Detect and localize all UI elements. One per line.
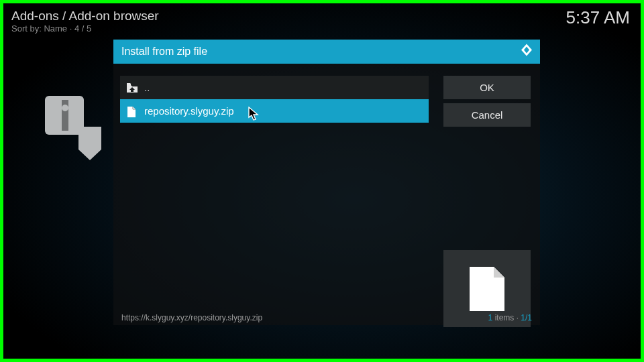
file-icon bbox=[127, 107, 138, 116]
footer-count: 1 items · 1/1 bbox=[488, 313, 532, 322]
dialog-buttons: OK Cancel bbox=[443, 76, 531, 131]
dialog-title: Install from zip file bbox=[121, 46, 207, 58]
dialog-body: .. repository.slyguy.zip OK Cancel bbox=[113, 64, 540, 310]
ok-button[interactable]: OK bbox=[443, 76, 531, 99]
svg-rect-1 bbox=[62, 100, 68, 131]
footer-path: https://k.slyguy.xyz/repository.slyguy.z… bbox=[121, 313, 262, 322]
file-row[interactable]: repository.slyguy.zip bbox=[120, 99, 429, 123]
dialog-footer: https://k.slyguy.xyz/repository.slyguy.z… bbox=[113, 310, 540, 325]
document-icon bbox=[468, 265, 506, 312]
install-from-zip-dialog: Install from zip file .. repository.slyg… bbox=[113, 40, 540, 325]
file-name: repository.slyguy.zip bbox=[144, 105, 234, 117]
svg-point-2 bbox=[62, 105, 68, 111]
breadcrumb: Add-ons / Add-on browser bbox=[11, 9, 159, 23]
cancel-button[interactable]: Cancel bbox=[443, 103, 531, 127]
kodi-logo-icon bbox=[520, 44, 533, 60]
sort-status: Sort by: Name · 4 / 5 bbox=[11, 23, 91, 34]
screen: Add-ons / Add-on browser Sort by: Name ·… bbox=[3, 3, 641, 359]
zip-install-icon bbox=[45, 96, 105, 163]
clock: 5:37 AM bbox=[566, 7, 630, 28]
dialog-header: Install from zip file bbox=[113, 40, 540, 64]
folder-up-icon bbox=[127, 83, 138, 93]
parent-directory-row[interactable]: .. bbox=[120, 76, 429, 99]
file-list: .. repository.slyguy.zip bbox=[120, 76, 429, 304]
parent-directory-label: .. bbox=[144, 82, 150, 93]
